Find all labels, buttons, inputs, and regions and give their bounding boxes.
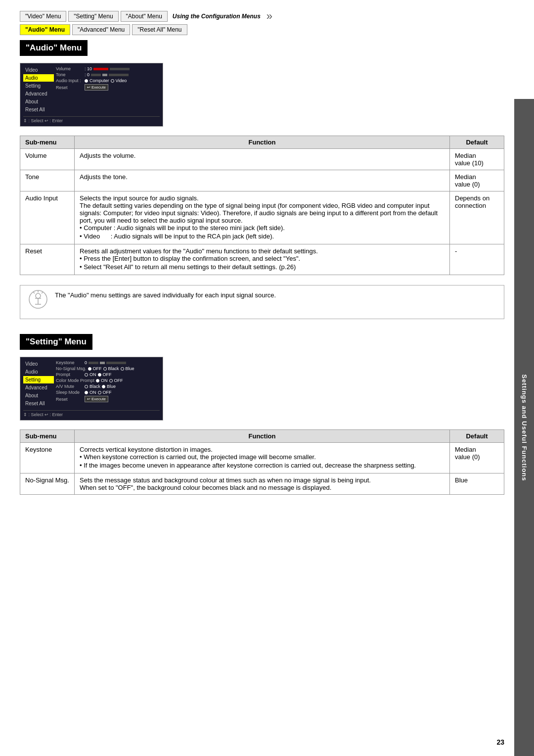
setting-menu-item-video: Video xyxy=(23,360,54,368)
svg-point-1 xyxy=(36,293,41,298)
audio-menu-item-setting: Setting xyxy=(23,82,54,90)
setting-menu-right-col: Keystone 0 No-Signal Msg. OFF Black Blue… xyxy=(56,360,160,407)
audio-tone-submenu: Tone xyxy=(20,170,75,191)
audio-th-function: Function xyxy=(75,136,450,149)
audio-input-function: Selects the input source for audio signa… xyxy=(75,191,450,244)
audio-menu-right-col: Volume : 10 Tone : 0 Audio Input : xyxy=(56,66,160,113)
audio-volume-row: Volume : 10 xyxy=(56,66,160,71)
setting-keystone-default: Medianvalue (0) xyxy=(450,443,504,473)
setting-avmute-row: A/V Mute Black Blue xyxy=(56,384,160,389)
audio-menu-footer: ⇕ : Select ↩ : Enter xyxy=(23,116,160,123)
setting-keystone-function: Corrects vertical keystone distortion in… xyxy=(75,443,450,473)
audio-tip-box: The "Audio" menu settings are saved indi… xyxy=(20,285,504,319)
side-label: Settings and Useful Functions xyxy=(514,99,534,756)
table-row: Volume Adjusts the volume. Medianvalue (… xyxy=(20,149,504,170)
audio-menu-section: "Audio" Menu Video Audio Setting Advance… xyxy=(20,40,504,319)
nav-config-menus: Using the Configuration Menus xyxy=(173,13,261,20)
table-row: Audio Input Selects the input source for… xyxy=(20,191,504,244)
setting-menu-title: "Setting" Menu xyxy=(20,334,92,350)
audio-menu-item-advanced: Advanced xyxy=(23,90,54,97)
setting-th-function: Function xyxy=(75,430,450,443)
audio-input-default: Depends onconnection xyxy=(450,191,504,244)
page-number: 23 xyxy=(496,738,504,746)
table-row: Reset Resets all adjustment values for t… xyxy=(20,244,504,275)
table-row: Keystone Corrects vertical keystone dist… xyxy=(20,443,504,473)
setting-nosignal-submenu: No-Signal Msg. xyxy=(20,473,75,495)
setting-keystone-row: Keystone 0 xyxy=(56,360,160,365)
nav-row-2: "Audio" Menu "Advanced" Menu "Reset All"… xyxy=(20,24,188,35)
svg-line-6 xyxy=(42,292,43,293)
audio-th-default: Default xyxy=(450,136,504,149)
audio-menu-item-resetall: Reset All xyxy=(23,106,54,113)
audio-reset-default: - xyxy=(450,244,504,275)
audio-volume-default: Medianvalue (10) xyxy=(450,149,504,170)
audio-tip-text: The "Audio" menu settings are saved indi… xyxy=(55,291,276,299)
setting-sleep-row: Sleep Mode ON OFF xyxy=(56,390,160,395)
audio-table: Sub-menu Function Default Volume Adjusts… xyxy=(20,136,504,275)
setting-colormode-row: Color Mode Prompt ON OFF xyxy=(56,378,160,383)
setting-menu-item-about: About xyxy=(23,392,54,399)
nav-reset-all-menu[interactable]: "Reset All" Menu xyxy=(132,24,187,35)
table-row: Tone Adjusts the tone. Medianvalue (0) xyxy=(20,170,504,191)
audio-input-bullet-2: Video : Audio signals will be input to t… xyxy=(85,233,445,240)
setting-menu-section: "Setting" Menu Video Audio Setting Advan… xyxy=(20,334,504,495)
nav-setting-menu[interactable]: "Setting" Menu xyxy=(68,11,118,22)
nav-row-1: "Video" Menu "Setting" Menu "About" Menu… xyxy=(20,10,272,23)
audio-input-submenu: Audio Input xyxy=(20,191,75,244)
nav-arrow: » xyxy=(267,10,272,23)
setting-prompt-row: Prompt ON OFF xyxy=(56,372,160,377)
setting-keystone-bullet-1: When keystone correction is carried out,… xyxy=(85,453,445,461)
audio-tone-row: Tone : 0 xyxy=(56,72,160,77)
table-row: No-Signal Msg. Sets the message status a… xyxy=(20,473,504,495)
setting-menu-screenshot: Video Audio Setting Advanced About Reset… xyxy=(20,357,163,421)
audio-th-submenu: Sub-menu xyxy=(20,136,75,149)
audio-menu-title: "Audio" Menu xyxy=(20,40,88,56)
audio-input-row: Audio Input : Computer Video xyxy=(56,78,160,83)
audio-input-bullet-1: Computer : Audio signals will be input t… xyxy=(85,224,445,232)
nav-audio-menu[interactable]: "Audio" Menu xyxy=(20,24,70,35)
nav-about-menu[interactable]: "About" Menu xyxy=(121,11,168,22)
audio-reset-submenu: Reset xyxy=(20,244,75,275)
setting-nosignal-function: Sets the message status and background c… xyxy=(75,473,450,495)
audio-tone-default: Medianvalue (0) xyxy=(450,170,504,191)
audio-reset-function: Resets all adjustment values for the "Au… xyxy=(75,244,450,275)
setting-menu-item-setting: Setting xyxy=(23,376,54,383)
audio-volume-submenu: Volume xyxy=(20,149,75,170)
setting-menu-item-resetall: Reset All xyxy=(23,400,54,407)
setting-reset-row: Reset ↩Execute xyxy=(56,396,160,402)
audio-reset-row: Reset ↩Execute xyxy=(56,84,160,91)
setting-table: Sub-menu Function Default Keystone Corre… xyxy=(20,429,504,495)
audio-menu-left-col: Video Audio Setting Advanced About Reset… xyxy=(23,66,54,113)
nav-video-menu[interactable]: "Video" Menu xyxy=(20,11,66,22)
audio-menu-item-audio: Audio xyxy=(23,74,54,82)
setting-th-default: Default xyxy=(450,430,504,443)
tip-icon xyxy=(28,289,48,313)
audio-reset-bullet-1: Press the [Enter] button to display the … xyxy=(85,255,445,262)
audio-menu-item-about: About xyxy=(23,98,54,105)
setting-keystone-bullet-2: If the images become uneven in appearanc… xyxy=(85,462,445,469)
audio-tone-function: Adjusts the tone. xyxy=(75,170,450,191)
setting-menu-left-col: Video Audio Setting Advanced About Reset… xyxy=(23,360,54,407)
setting-keystone-submenu: Keystone xyxy=(20,443,75,473)
setting-th-submenu: Sub-menu xyxy=(20,430,75,443)
setting-menu-item-audio: Audio xyxy=(23,368,54,376)
side-label-text: Settings and Useful Functions xyxy=(521,374,528,481)
svg-line-7 xyxy=(33,292,35,293)
nav-advanced-menu[interactable]: "Advanced" Menu xyxy=(72,24,130,35)
nav-breadcrumb: "Video" Menu "Setting" Menu "About" Menu… xyxy=(20,10,504,35)
audio-reset-bullet-2: Select "Reset All" to return all menu se… xyxy=(85,263,445,271)
audio-menu-item-video: Video xyxy=(23,66,54,74)
setting-menu-footer: ⇕ : Select ↩ : Enter xyxy=(23,410,160,417)
setting-menu-item-advanced: Advanced xyxy=(23,384,54,391)
audio-volume-function: Adjusts the volume. xyxy=(75,149,450,170)
setting-nosignal-default: Blue xyxy=(450,473,504,495)
audio-menu-screenshot: Video Audio Setting Advanced About Reset… xyxy=(20,63,163,127)
setting-nosignal-row: No-Signal Msg. OFF Black Blue xyxy=(56,366,160,371)
